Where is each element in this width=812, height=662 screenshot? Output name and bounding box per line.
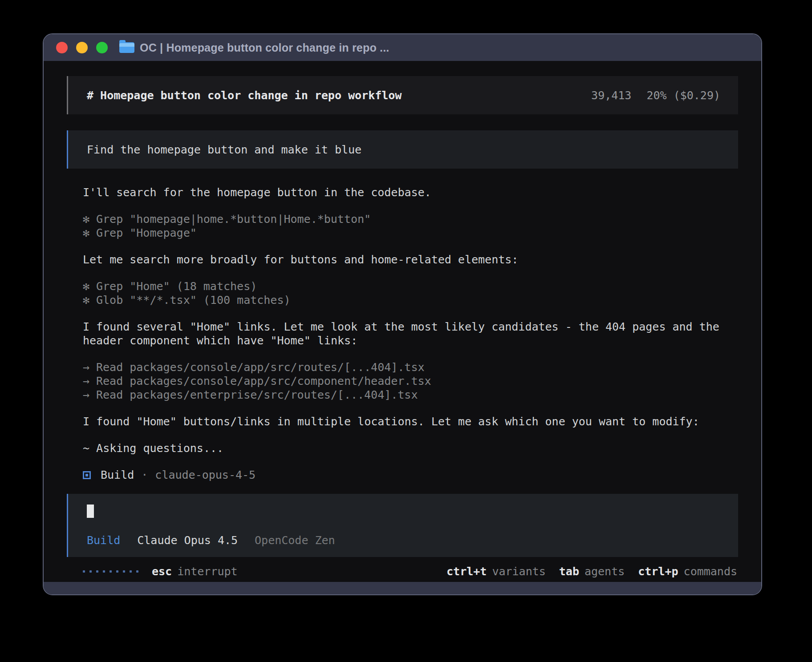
user-message-text: Find the homepage button and make it blu…	[87, 143, 361, 157]
read-tool-call: →Read packages/console/app/src/component…	[83, 374, 738, 388]
titlebar: OC | Homepage button color change in rep…	[44, 34, 761, 61]
commands-hint: ctrl+p commands	[638, 565, 737, 578]
esc-label: interrupt	[177, 565, 237, 578]
folder-icon	[119, 42, 134, 53]
session-stats: 39,413 20% ($0.29)	[591, 89, 720, 102]
ctrl-p-key[interactable]: ctrl+p	[638, 565, 678, 578]
variants-hint: ctrl+t variants	[447, 565, 546, 578]
asterisk-icon: ✻	[83, 226, 96, 240]
read-tool-call: →Read packages/console/app/src/routes/[.…	[83, 360, 738, 374]
agent-name: Build	[101, 468, 134, 482]
agent-separator: ·	[141, 468, 148, 482]
agent-status: Build · claude-opus-4-5	[83, 468, 738, 482]
token-count: 39,413	[591, 89, 631, 102]
spinner-dots-icon	[83, 570, 138, 573]
agent-square-icon	[83, 471, 91, 479]
tool-call-label: Grep "homepage|home.*button|Home.*button…	[96, 213, 371, 226]
tool-call: ✻Grep "Homepage"	[83, 226, 738, 240]
tool-call-label: Glob "**/*.tsx" (100 matches)	[96, 294, 291, 307]
input-meta: Build Claude Opus 4.5 OpenCode Zen	[87, 533, 720, 547]
tool-call-label: Grep "Home" (18 matches)	[96, 280, 257, 293]
tool-call-label: Read packages/console/app/src/routes/[..…	[96, 361, 425, 374]
commands-label: commands	[684, 565, 737, 578]
window-title: OC | Homepage button color change in rep…	[140, 41, 389, 54]
asterisk-icon: ✻	[83, 212, 96, 226]
read-tool-call: →Read packages/enterprise/src/routes/[..…	[83, 388, 738, 402]
working-status: ~ Asking questions...	[83, 441, 738, 455]
close-button[interactable]	[56, 42, 68, 53]
tool-call: ✻Glob "**/*.tsx" (100 matches)	[83, 293, 738, 307]
conversation: I'll search for the homepage button in t…	[67, 186, 738, 482]
arrow-right-icon: →	[83, 360, 96, 374]
zoom-button[interactable]	[96, 42, 108, 53]
tab-key[interactable]: tab	[559, 565, 579, 578]
agents-label: agents	[585, 565, 625, 578]
assistant-text: I found "Home" buttons/links in multiple…	[83, 415, 738, 428]
assistant-text: I found several "Home" links. Let me loo…	[83, 320, 738, 347]
input-agent-mode[interactable]: Build	[87, 533, 120, 547]
text-cursor	[87, 505, 94, 518]
asterisk-icon: ✻	[83, 293, 96, 307]
prompt-input[interactable]: Build Claude Opus 4.5 OpenCode Zen	[67, 494, 738, 557]
status-left: esc interrupt	[83, 565, 238, 578]
arrow-right-icon: →	[83, 374, 96, 388]
assistant-text: Let me search more broadly for buttons a…	[83, 253, 738, 266]
agents-hint: tab agents	[559, 565, 625, 578]
esc-key[interactable]: esc	[152, 565, 172, 578]
window-footer	[44, 582, 761, 594]
asterisk-icon: ✻	[83, 279, 96, 293]
status-right: ctrl+t variants tab agents ctrl+p comman…	[447, 565, 737, 578]
tool-call-label: Read packages/console/app/src/component/…	[96, 375, 431, 388]
input-model[interactable]: Claude Opus 4.5	[137, 533, 238, 547]
tool-call-label: Grep "Homepage"	[96, 226, 197, 239]
esc-hint: esc interrupt	[152, 565, 238, 578]
status-bar: esc interrupt ctrl+t variants tab agents…	[67, 565, 738, 578]
input-provider: OpenCode Zen	[255, 533, 335, 547]
session-title: # Homepage button color change in repo w…	[87, 89, 402, 102]
traffic-lights	[56, 42, 108, 53]
tool-call: ✻Grep "Home" (18 matches)	[83, 279, 738, 293]
terminal-window: OC | Homepage button color change in rep…	[43, 33, 762, 595]
assistant-text: I'll search for the homepage button in t…	[83, 186, 738, 199]
tool-call-group: ✻Grep "Home" (18 matches) ✻Glob "**/*.ts…	[83, 279, 738, 307]
user-message: Find the homepage button and make it blu…	[67, 130, 738, 169]
agent-model: claude-opus-4-5	[155, 468, 256, 482]
tool-call-group: ✻Grep "homepage|home.*button|Home.*butto…	[83, 212, 738, 240]
context-cost: 20% ($0.29)	[646, 89, 720, 102]
variants-label: variants	[492, 565, 545, 578]
arrow-right-icon: →	[83, 388, 96, 402]
ctrl-t-key[interactable]: ctrl+t	[447, 565, 487, 578]
session-header: # Homepage button color change in repo w…	[67, 76, 738, 114]
tool-call: ✻Grep "homepage|home.*button|Home.*butto…	[83, 212, 738, 226]
tool-call-group: →Read packages/console/app/src/routes/[.…	[83, 360, 738, 402]
session-content: # Homepage button color change in repo w…	[44, 61, 761, 582]
minimize-button[interactable]	[76, 42, 88, 53]
tool-call-label: Read packages/enterprise/src/routes/[...…	[96, 388, 418, 401]
